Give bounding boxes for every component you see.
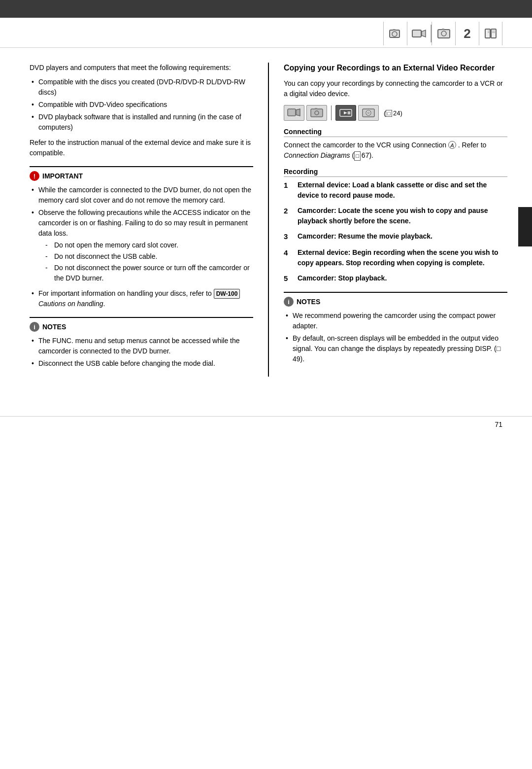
svg-rect-21 xyxy=(348,111,349,114)
important-item-3: For important information on handling yo… xyxy=(30,288,253,309)
left-column: DVD players and computers that meet the … xyxy=(30,63,253,377)
notes-item-left-1: The FUNC. menu and setup menus cannot be… xyxy=(30,336,253,356)
step-3: 3 Camcorder: Resume the movie playback. xyxy=(284,231,507,243)
notes-list-left: The FUNC. menu and setup menus cannot be… xyxy=(30,336,253,369)
mode-icon-vcr xyxy=(335,105,356,121)
important-item-1: While the camcorder is connected to the … xyxy=(30,185,253,206)
subitem-1: Do not open the memory card slot cover. xyxy=(43,240,253,250)
subitem-2: Do not disconnect the USB cable. xyxy=(43,251,253,262)
notes-header-left: i NOTES xyxy=(30,322,253,332)
important-label: IMPORTANT xyxy=(42,172,83,180)
important-list: While the camcorder is connected to the … xyxy=(30,185,253,309)
recording-section: Recording 1 External device: Load a blan… xyxy=(284,168,507,284)
important-item-2: Observe the following precautions while … xyxy=(30,208,253,283)
connecting-section: Connecting Connect the camcorder to the … xyxy=(284,128,507,161)
important-icon: ! xyxy=(30,171,39,181)
icon-number-2: 2 xyxy=(455,22,479,45)
important-subitems: Do not open the memory card slot cover. … xyxy=(38,240,253,283)
req-item-3: DVD playback software that is installed … xyxy=(30,112,253,133)
mode-icon-separator xyxy=(331,105,332,120)
svg-rect-3 xyxy=(412,30,421,37)
left-intro: DVD players and computers that meet the … xyxy=(30,63,253,73)
req-item-2: Compatible with DVD-Video specifications xyxy=(30,100,253,110)
svg-rect-9 xyxy=(491,29,496,38)
notes-item-right-1: We recommend powering the camcorder usin… xyxy=(284,311,507,331)
svg-rect-7 xyxy=(442,29,444,30)
notes-icon-left: i xyxy=(30,322,39,332)
notes-box-right: i NOTES We recommend powering the camcor… xyxy=(284,292,507,364)
svg-rect-22 xyxy=(349,111,350,114)
svg-rect-14 xyxy=(288,109,296,116)
recording-title: Recording xyxy=(284,168,507,177)
page-ref-connecting: (□24) xyxy=(384,109,402,117)
svg-rect-18 xyxy=(315,108,317,109)
refer-text: Refer to the instruction manual of the e… xyxy=(30,138,253,158)
mode-icons-row: (□24) xyxy=(284,105,507,121)
notes-label-right: NOTES xyxy=(297,298,320,306)
step-4: 4 External device: Begin recording when … xyxy=(284,247,507,268)
important-box: ! IMPORTANT While the camcorder is conne… xyxy=(30,166,253,309)
page-content: DVD players and computers that meet the … xyxy=(0,48,532,406)
notes-icon-right: i xyxy=(284,297,294,307)
right-side-tab xyxy=(518,207,532,246)
connection-diagrams-link: Connection Diagrams xyxy=(284,151,350,159)
right-section-title: Copying your Recordings to an External V… xyxy=(284,63,507,73)
svg-rect-16 xyxy=(311,109,323,117)
step-2: 2 Camcorder: Locate the scene you wish t… xyxy=(284,206,507,226)
mode-icon-camcorder xyxy=(284,105,304,121)
req-item-1: Compatible with the discs you created (D… xyxy=(30,77,253,98)
page-number: 71 xyxy=(0,416,532,433)
top-bar xyxy=(0,0,532,18)
icon-photo xyxy=(432,22,455,45)
icon-strip: 2 xyxy=(0,18,532,48)
svg-point-25 xyxy=(367,112,369,114)
connecting-title: Connecting xyxy=(284,128,507,137)
notes-list-right: We recommend powering the camcorder usin… xyxy=(284,311,507,364)
notes-box-left: i NOTES The FUNC. menu and setup menus c… xyxy=(30,317,253,369)
important-header: ! IMPORTANT xyxy=(30,171,253,181)
step-5: 5 Camcorder: Stop playback. xyxy=(284,273,507,284)
book-ref-icon: □ xyxy=(386,110,392,117)
svg-rect-8 xyxy=(485,29,490,38)
icon-book xyxy=(479,22,502,45)
mode-icon-disc xyxy=(358,105,379,121)
right-intro: You can copy your recordings by connecti… xyxy=(284,78,507,99)
icon-camera xyxy=(383,22,407,45)
icon-camcorder xyxy=(407,22,431,45)
connecting-text: Connect the camcorder to the VCR using C… xyxy=(284,140,507,161)
dw-100-badge: DW-100 xyxy=(214,289,240,299)
notes-header-right: i NOTES xyxy=(284,297,507,307)
svg-rect-2 xyxy=(393,29,396,31)
subitem-3: Do not disconnect the power source or tu… xyxy=(43,263,253,283)
connection-a-badge: A xyxy=(448,141,456,149)
svg-marker-4 xyxy=(422,30,426,37)
right-column: Copying your Recordings to an External V… xyxy=(268,63,507,377)
requirements-list: Compatible with the discs you created (D… xyxy=(30,77,253,133)
step-list: 1 External device: Load a blank cassette… xyxy=(284,180,507,284)
notes-item-right-2: By default, on-screen displays will be e… xyxy=(284,333,507,364)
mode-icon-photo xyxy=(306,105,327,121)
notes-item-left-2: Disconnect the USB cable before changing… xyxy=(30,358,253,369)
notes-label-left: NOTES xyxy=(42,323,66,331)
step-1: 1 External device: Load a blank cassette… xyxy=(284,180,507,201)
svg-marker-15 xyxy=(296,109,300,116)
